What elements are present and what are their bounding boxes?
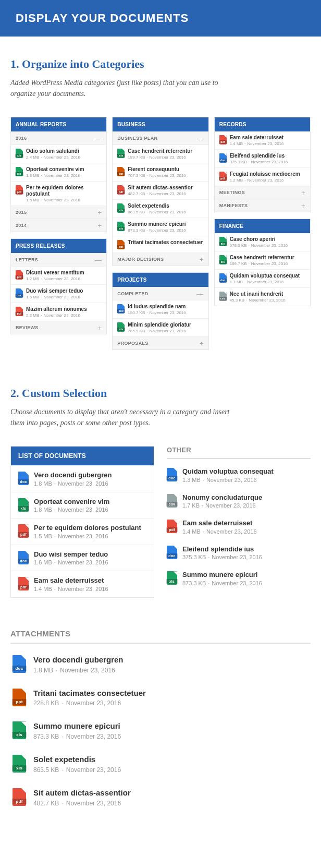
file-meta: 1.5 MB·November 23, 2016 xyxy=(26,198,102,202)
file-item[interactable]: pptFierent consequuntu707.3 KB·November … xyxy=(113,163,208,181)
banner-title: DISPLAY YOUR DOCUMENTS xyxy=(16,11,305,25)
file-item[interactable]: docVero docendi gubergren1.8 MB·November… xyxy=(11,465,154,492)
file-title: Tritani tacimates consectetuer xyxy=(128,239,203,246)
category-toggle[interactable]: 2015+ xyxy=(11,206,106,219)
file-title: Fierent consequuntu xyxy=(128,166,186,173)
file-item[interactable]: pdfSit autem dictas-assentior482.7 KB·No… xyxy=(10,781,311,814)
category-toggle[interactable]: COMPLETED— xyxy=(113,287,208,300)
file-csv-icon: csv xyxy=(219,292,227,301)
file-item[interactable]: xlsCase hendrerit referrentur189.7 KB·No… xyxy=(215,251,310,269)
category-toggle[interactable]: BUSINESS PLAN— xyxy=(113,131,208,144)
category-toggle[interactable]: REVIEWS+ xyxy=(11,321,106,334)
file-title: Feugiat noluisse mediocrem xyxy=(230,171,300,177)
file-pdf-icon: pdf xyxy=(13,788,26,806)
file-item[interactable]: pdfPer te equidem dolores postulant1.5 M… xyxy=(11,181,106,206)
file-item[interactable]: xlsOdio solum salutandi2.4 MB·November 2… xyxy=(11,144,106,163)
file-meta: 1.8 MB·November 23, 2016 xyxy=(26,173,84,178)
file-item[interactable]: pptTritani tacimates consectetuer xyxy=(113,236,208,252)
attachments-list: docVero docendi gubergren1.8 MB·November… xyxy=(10,648,311,814)
file-item[interactable]: pdfEam sale deterruisset1.4 MB·November … xyxy=(167,514,311,540)
file-item[interactable]: pptTritani tacimates consectetuer228.8 K… xyxy=(10,681,311,715)
panel-header: RECORDS xyxy=(215,117,310,131)
file-item[interactable]: pdfFeugiat noluisse mediocrem1.2 MB·Nove… xyxy=(215,167,310,186)
file-xls-icon: xls xyxy=(167,571,177,585)
file-item[interactable]: docDuo wisi semper teduo1.6 MB·November … xyxy=(11,545,154,571)
file-item[interactable]: csvNonumy concludaturque1.7 KB·November … xyxy=(167,488,311,514)
file-xls-icon: xls xyxy=(13,721,26,739)
file-xls-icon: xls xyxy=(18,498,29,512)
minus-icon: — xyxy=(196,292,203,296)
file-item[interactable]: xlsSolet expetendis863.5 KB·November 23,… xyxy=(113,199,208,218)
file-item[interactable]: xlsCase hendrerit referrentur189.7 KB·No… xyxy=(113,144,208,163)
panel-finance: FINANCE xlsCase choro aperiri678.0 KB·No… xyxy=(214,219,311,306)
file-item[interactable]: xlsSummo munere epicuri873.3 KB·November… xyxy=(113,218,208,236)
file-item[interactable]: docEleifend splendide ius375.3 KB·Novemb… xyxy=(167,540,311,566)
file-item[interactable]: docQuidam voluptua consequat1.3 MB·Novem… xyxy=(215,269,310,287)
file-title: Nonumy concludaturque xyxy=(182,493,262,502)
file-meta: 1.2 MB·November 23, 2016 xyxy=(26,276,84,281)
file-item[interactable]: csvNec ut inani hendrerit45.3 KB·Novembe… xyxy=(215,287,310,306)
file-title: Vero docendi gubergren xyxy=(33,655,124,665)
file-title: Eam sale deterruisset xyxy=(230,135,284,141)
file-pdf-icon: pdf xyxy=(16,307,23,316)
category-toggle[interactable]: PROPOSALS+ xyxy=(113,336,208,349)
file-pdf-icon: pdf xyxy=(16,270,23,280)
file-item[interactable]: pdfEam sale deterruisset1.4 MB·November … xyxy=(215,131,310,149)
file-item[interactable]: pdfDicunt verear mentitum1.2 MB·November… xyxy=(11,266,106,284)
panel-body: docVero docendi gubergren1.8 MB·November… xyxy=(11,465,154,597)
file-item[interactable]: pdfSit autem dictas-assentior482.7 KB·No… xyxy=(113,181,208,199)
category-toggle[interactable]: LETTERS— xyxy=(11,253,106,266)
panel-annual-reports: ANNUAL REPORTS 2016—xlsOdio solum saluta… xyxy=(10,117,107,232)
category-toggle[interactable]: MANIFESTS+ xyxy=(215,199,310,212)
category-toggle[interactable]: 2014+ xyxy=(11,219,106,232)
file-title: Duo wisi semper teduo xyxy=(34,550,108,559)
file-title: Oporteat convenire vim xyxy=(26,166,84,173)
file-title: Case hendrerit referrentur xyxy=(230,255,294,261)
file-item[interactable]: xlsOporteat convenire vim1.8 MB·November… xyxy=(11,492,154,519)
panel-business: BUSINESS BUSINESS PLAN—xlsCase hendrerit… xyxy=(112,117,208,266)
panel-list-of-documents: LIST OF DOCUMENTS docVero docendi guberg… xyxy=(10,446,154,598)
file-csv-icon: csv xyxy=(167,494,177,508)
file-meta: 2.4 MB·November 23, 2016 xyxy=(26,155,80,160)
file-item[interactable]: docDuo wisi semper teduo1.6 MB·November … xyxy=(11,284,106,303)
file-item[interactable]: xlsCase choro aperiri678.0 KB·November 2… xyxy=(215,233,310,251)
category-toggle[interactable]: MAJOR DECISIONS+ xyxy=(113,252,208,266)
file-item[interactable]: docVero docendi gubergren1.8 MB·November… xyxy=(10,648,311,681)
file-item[interactable]: pdfEam sale deterruisset1.4 MB·November … xyxy=(11,571,154,597)
file-item[interactable]: xlsSummo munere epicuri873.3 KB·November… xyxy=(167,565,311,592)
file-ppt-icon: ppt xyxy=(13,689,26,706)
file-item[interactable]: xlsOporteat convenire vim1.8 MB·November… xyxy=(11,163,106,181)
panel-press-releases: PRESS RELEASES LETTERS—pdfDicunt verear … xyxy=(10,238,107,334)
file-item[interactable]: xlsSolet expetendis863.5 KB·November 23,… xyxy=(10,748,311,781)
file-xls-icon: xls xyxy=(219,255,227,264)
file-pdf-icon: pdf xyxy=(18,577,29,590)
file-pdf-icon: pdf xyxy=(219,135,227,144)
file-title: Minim splendide gloriatur xyxy=(128,322,191,328)
file-doc-icon: doc xyxy=(18,551,29,564)
file-item[interactable]: pdfPer te equidem dolores postulant1.5 M… xyxy=(11,518,154,545)
panel-header: PRESS RELEASES xyxy=(11,239,106,253)
file-title: Dicunt verear mentitum xyxy=(26,270,84,276)
file-item[interactable]: xlsMinim splendide gloriatur765.9 KB·Nov… xyxy=(113,318,208,336)
file-item[interactable]: pdfMazim alterum nonumes2.3 MB·November … xyxy=(11,303,106,321)
file-title: Mazim alterum nonumes xyxy=(26,306,87,312)
file-xls-icon: xls xyxy=(117,149,125,158)
file-item[interactable]: xlsSummo munere epicuri873.3 KB·November… xyxy=(10,714,311,748)
file-xls-icon: xls xyxy=(13,755,26,773)
attachments-header: ATTACHMENTS xyxy=(10,629,311,644)
file-meta: 482.7 KB·November 23, 2016 xyxy=(128,191,192,196)
category-toggle[interactable]: 2016— xyxy=(11,131,106,144)
file-title: Sit autem dictas-assentior xyxy=(33,788,131,798)
file-meta: 482.7 KB·November 23, 2016 xyxy=(33,800,131,807)
minus-icon: — xyxy=(196,136,203,141)
file-item[interactable]: docQuidam voluptua consequat1.3 MB·Novem… xyxy=(167,462,311,488)
panel-projects: PROJECTS COMPLETED—docId ludus splendide… xyxy=(112,272,208,350)
file-meta: 873.3 KB·November 23, 2016 xyxy=(182,580,262,586)
file-doc-icon: doc xyxy=(167,546,177,559)
file-meta: 873.3 KB·November 23, 2016 xyxy=(33,733,121,740)
category-toggle[interactable]: MEETINGS+ xyxy=(215,186,310,199)
other-header: OTHER xyxy=(167,446,311,459)
file-item[interactable]: docEleifend splendide ius375.3 KB·Novemb… xyxy=(215,149,310,167)
file-meta: 1.8 MB·November 23, 2016 xyxy=(33,667,124,674)
file-item[interactable]: docId ludus splendide nam150.7 KB·Novemb… xyxy=(113,300,208,318)
